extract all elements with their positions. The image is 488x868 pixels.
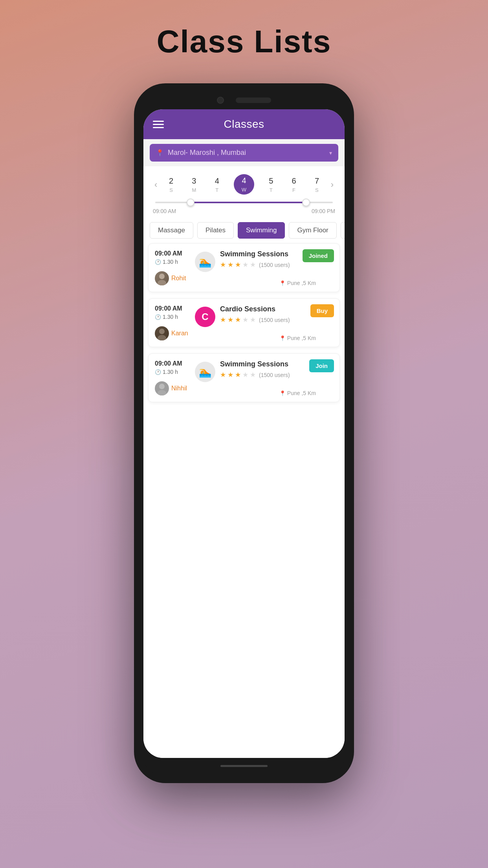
class-card-1: 09:00 AM 🕐 1.30 h	[148, 243, 340, 292]
date-items: 2 S 3 M 4 T 4 W	[160, 174, 327, 195]
clock-icon-1: 🕐	[155, 259, 161, 265]
date-num: 5	[269, 177, 273, 186]
date-item-3[interactable]: 3 M	[188, 174, 200, 195]
time-slider-section: 09:00 AM 09:00 PM	[143, 195, 345, 217]
star-2-2: ★	[227, 316, 233, 324]
class-duration-text-2: 1.30 h	[163, 314, 178, 320]
instructor-avatar-karan	[155, 326, 169, 340]
svg-point-4	[159, 384, 165, 389]
location-bar[interactable]: 📍 Marol- Maroshi , Mumbai ▾	[150, 144, 338, 162]
date-day: F	[292, 187, 295, 193]
location-chevron-icon: ▾	[329, 150, 332, 156]
main-content: ‹ 2 S 3 M 4 T	[143, 166, 345, 758]
star-2-5: ★	[250, 316, 256, 324]
swimming-icon-1: 🏊	[195, 252, 215, 272]
location-text: Marol- Maroshi , Mumbai	[168, 149, 325, 157]
page-title: Class Lists	[157, 24, 331, 60]
rating-count-3: (1500 users)	[259, 372, 290, 378]
date-num: 4	[242, 176, 246, 185]
avatar-svg-karan	[155, 326, 169, 340]
phone-speaker	[236, 97, 271, 103]
star-2-1: ★	[220, 316, 226, 324]
location-text-3: Pune ,5 Km	[287, 390, 316, 396]
hamburger-line-2	[153, 124, 164, 125]
category-tab-p[interactable]: P	[341, 222, 345, 239]
slider-thumb-left[interactable]	[187, 199, 194, 206]
date-day: W	[242, 187, 246, 193]
class-time-col-2: 09:00 AM 🕐 1.30 h	[155, 305, 190, 340]
class-time-col-3: 09:00 AM 🕐 1.30 h	[155, 360, 190, 395]
class-time-2: 09:00 AM	[155, 305, 182, 312]
location-text-2: Pune ,5 Km	[287, 335, 316, 341]
class-card-2: 09:00 AM 🕐 1.30 h	[148, 298, 340, 347]
date-item-6[interactable]: 6 F	[288, 174, 300, 195]
time-labels: 09:00 AM 09:00 PM	[151, 208, 337, 214]
avatar-svg-rohit	[155, 271, 169, 285]
date-item-4w-active[interactable]: 4 W	[234, 174, 254, 195]
category-tab-gym-floor[interactable]: Gym Floor	[289, 222, 336, 239]
category-tab-swimming[interactable]: Swimming	[238, 222, 285, 239]
date-item-5[interactable]: 5 T	[265, 174, 277, 195]
svg-point-1	[158, 280, 166, 285]
hamburger-line-3	[153, 127, 164, 128]
star-3-3: ★	[235, 371, 241, 379]
instructor-name-rohit: Rohit	[171, 275, 186, 282]
class-duration-text-1: 1.30 h	[163, 259, 178, 265]
date-prev-button[interactable]: ‹	[151, 178, 160, 191]
star-1-3: ★	[235, 261, 241, 269]
category-tab-massage[interactable]: Massage	[150, 222, 193, 239]
hamburger-line-1	[153, 121, 164, 122]
class-location-3: 📍 Pune ,5 Km	[279, 390, 316, 396]
date-next-button[interactable]: ›	[328, 178, 337, 191]
svg-point-2	[159, 329, 165, 334]
home-indicator	[220, 765, 268, 767]
slider-thumb-right[interactable]	[302, 199, 310, 206]
rating-count-2: (1500 users)	[259, 317, 290, 323]
star-1-4: ★	[242, 261, 248, 269]
clock-icon-3: 🕐	[155, 369, 161, 375]
instructor-info-3: Nihhil	[155, 381, 187, 395]
class-duration-3: 🕐 1.30 h	[155, 369, 178, 375]
joined-button-1[interactable]: Joined	[303, 249, 334, 262]
phone-screen: Classes 📍 Marol- Maroshi , Mumbai ▾ ‹ 2 …	[143, 109, 345, 758]
join-button-3[interactable]: Join	[309, 359, 334, 372]
star-3-4: ★	[242, 371, 248, 379]
slider-track[interactable]	[155, 202, 333, 203]
star-3-2: ★	[227, 371, 233, 379]
date-num: 3	[192, 177, 196, 186]
avatar-svg-nihhil	[155, 381, 169, 395]
instructor-name-karan: Karan	[171, 330, 188, 337]
date-day: T	[270, 187, 273, 193]
class-duration-text-3: 1.30 h	[163, 369, 178, 375]
date-num: 7	[315, 177, 319, 186]
date-item-2[interactable]: 2 S	[165, 174, 177, 195]
class-list: 09:00 AM 🕐 1.30 h	[143, 243, 345, 758]
star-1-2: ★	[227, 261, 233, 269]
class-duration-2: 🕐 1.30 h	[155, 314, 178, 320]
location-pin-icon-1: 📍	[279, 280, 286, 286]
svg-point-3	[158, 335, 166, 340]
svg-point-5	[158, 390, 166, 395]
instructor-avatar-nihhil	[155, 381, 169, 395]
phone-bottom-bar	[143, 758, 345, 774]
star-1-1: ★	[220, 261, 226, 269]
swimming-icon-3: 🏊	[195, 362, 215, 382]
cardio-icon-2: C	[195, 307, 215, 327]
buy-button-2[interactable]: Buy	[310, 304, 334, 317]
instructor-name-nihhil: Nihhil	[171, 385, 187, 392]
star-2-4: ★	[242, 316, 248, 324]
location-pin-icon-3: 📍	[279, 390, 286, 396]
phone-camera	[217, 97, 224, 104]
location-text-1: Pune ,5 Km	[287, 280, 316, 286]
date-item-4t[interactable]: 4 T	[211, 174, 223, 195]
date-num: 4	[215, 177, 219, 186]
class-time-1: 09:00 AM	[155, 250, 182, 257]
class-icon-col-3: 🏊	[195, 360, 215, 395]
location-pin-icon: 📍	[156, 149, 164, 156]
hamburger-menu-button[interactable]	[153, 121, 164, 128]
date-item-7[interactable]: 7 S	[311, 174, 323, 195]
rating-count-1: (1500 users)	[259, 262, 290, 268]
category-tab-pilates[interactable]: Pilates	[197, 222, 234, 239]
class-card-3: 09:00 AM 🕐 1.30 h	[148, 353, 340, 402]
time-label-start: 09:00 AM	[153, 208, 176, 214]
